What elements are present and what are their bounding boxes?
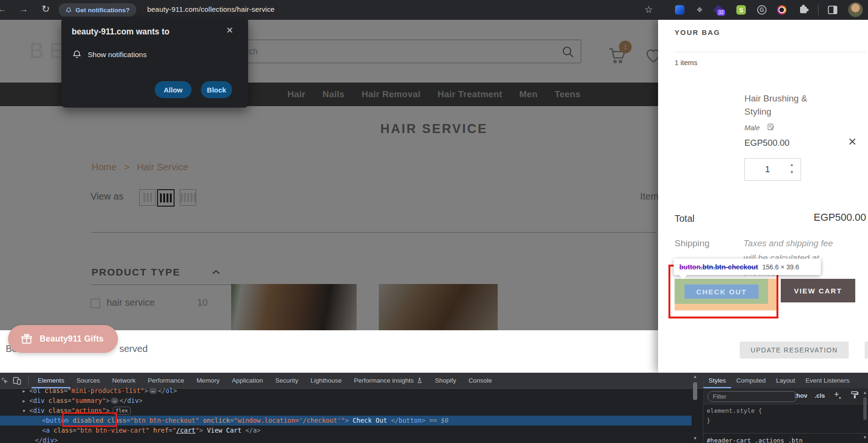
- block-button-label: Block: [207, 86, 226, 94]
- back-icon[interactable]: ←: [0, 4, 7, 15]
- allow-button-label: Allow: [164, 86, 183, 94]
- styles-sidebar-tabs-bar: StylesComputedLayoutEvent Listeners: [703, 373, 868, 389]
- bell-icon: [65, 7, 72, 14]
- notification-permission-pill[interactable]: Get notifications?: [58, 3, 136, 17]
- elements-scrollbar-thumb[interactable]: [693, 382, 697, 400]
- quantity-stepper: [744, 158, 801, 181]
- cart-item-variant: Male: [744, 124, 760, 132]
- cart-drawer: [658, 20, 868, 373]
- bell-icon: [72, 49, 82, 61]
- new-style-rule-plus-icon[interactable]: +▾: [834, 390, 841, 400]
- inspect-dimensions: 156.6 × 39.6: [762, 263, 799, 271]
- cart-item-name-line2[interactable]: Styling: [744, 107, 771, 117]
- elements-code-row[interactable]: ▶<div class="summary">…</div>: [0, 396, 692, 406]
- extension-icon-blue[interactable]: [674, 4, 686, 16]
- element-style-open[interactable]: element.style {: [707, 407, 762, 414]
- styles-scrollbar-thumb[interactable]: [863, 397, 867, 420]
- expand-arrow-icon[interactable]: ▶: [23, 396, 29, 406]
- cart-title-divider: [675, 52, 866, 52]
- gift-icon: [20, 333, 33, 345]
- update-reservation-button[interactable]: UPDATE RESERVATION: [740, 342, 849, 359]
- styles-filter-input[interactable]: [708, 391, 797, 402]
- partial-css-rule[interactable]: #header-cart .actions .btn: [707, 437, 862, 443]
- annotation-rectangle-disabled-attr: [62, 412, 117, 427]
- shipping-note-line1: Taxes and shipping fee: [743, 238, 833, 249]
- styles-sidebar-tab-computed[interactable]: Computed: [731, 373, 771, 388]
- side-panel-icon[interactable]: [826, 4, 839, 16]
- browser-toolbar: ← → ↻ Get notifications? beauty-911.com/…: [0, 0, 868, 20]
- shipping-label: Shipping: [675, 238, 709, 249]
- bookmark-star-icon[interactable]: ☆: [644, 4, 653, 15]
- styles-sidebar-tab-layout[interactable]: Layout: [771, 373, 801, 388]
- extension-icon-camera[interactable]: [776, 4, 788, 16]
- collapsed-ellipsis-button[interactable]: …: [149, 388, 157, 394]
- toolbar-divider: [818, 5, 818, 15]
- remove-item-icon[interactable]: ×: [848, 134, 857, 150]
- partial-button[interactable]: [865, 342, 868, 359]
- elements-code-row[interactable]: </div>: [0, 435, 692, 443]
- extension-badge: 32: [717, 9, 725, 16]
- total-value: EGP500.00: [755, 212, 866, 224]
- forward-icon[interactable]: →: [19, 4, 28, 15]
- quantity-up-icon[interactable]: ▲: [790, 162, 794, 167]
- allow-button[interactable]: Allow: [155, 81, 192, 98]
- inspect-selector-classes: .btn.btn-checkout: [701, 263, 758, 271]
- inspect-tooltip: button.btn.btn-checkout 156.6 × 39.6: [674, 259, 821, 275]
- styles-sidebar-tab-styles[interactable]: Styles: [703, 373, 731, 388]
- expand-arrow-icon[interactable]: ▼: [23, 406, 29, 416]
- update-reservation-label: UPDATE RESERVATION: [751, 346, 838, 354]
- gifts-button[interactable]: Beauty911 Gifts: [8, 325, 118, 353]
- quantity-down-icon[interactable]: ▼: [790, 170, 794, 175]
- elements-code-row[interactable]: <a class="btn btn-view-cart" href="/cart…: [0, 426, 692, 435]
- extension-icon-purple[interactable]: 32: [712, 4, 725, 16]
- notification-pill-label: Get notifications?: [75, 7, 130, 14]
- styles-rule-divider: [703, 433, 868, 434]
- toolbar-divider: [28, 376, 29, 385]
- elements-code-row[interactable]: ▶<ol class="mini-products-list">…</ol>: [0, 386, 692, 396]
- inspect-selector-tag: button: [679, 263, 701, 271]
- inspect-tooltip-pointer: [679, 275, 687, 279]
- view-cart-button[interactable]: VIEW CART: [781, 279, 855, 302]
- block-button[interactable]: Block: [201, 81, 232, 98]
- total-label: Total: [675, 213, 694, 224]
- footer-text-fragment-right: served: [119, 343, 148, 354]
- cart-title: YOUR BAG: [675, 28, 720, 36]
- view-cart-button-label: VIEW CART: [794, 287, 842, 295]
- dialog-title: beauty-911.com wants to: [72, 27, 169, 37]
- elements-scrollbar-down-icon[interactable]: ▼: [693, 436, 697, 441]
- gifts-button-label: Beauty911 Gifts: [40, 334, 104, 344]
- elements-scrollbar-up-icon[interactable]: ▲: [693, 374, 697, 379]
- element-style-close: }: [707, 417, 710, 424]
- cls-toggle[interactable]: .cls: [815, 392, 825, 399]
- profile-avatar[interactable]: [848, 2, 863, 17]
- rendering-paint-icon[interactable]: [851, 391, 859, 401]
- dialog-close-icon[interactable]: ×: [226, 24, 233, 37]
- edit-note-icon[interactable]: [767, 123, 775, 133]
- cart-item-thumbnail[interactable]: [676, 97, 734, 143]
- extensions-puzzle-icon[interactable]: [797, 4, 810, 16]
- collapsed-ellipsis-button[interactable]: …: [111, 398, 119, 404]
- cart-item-name[interactable]: Hair Brushing &: [744, 93, 807, 104]
- cart-items-count: 1 items: [675, 59, 697, 67]
- notification-dialog: beauty-911.com wants to × Show notificat…: [61, 18, 248, 108]
- styles-sidebar-tab-event-listeners[interactable]: Event Listeners: [801, 373, 855, 388]
- hov-toggle[interactable]: :hov: [794, 392, 807, 399]
- screen: BE 1 HairNailsHair RemovalHair Treatment…: [0, 0, 868, 443]
- cart-item-price: EGP500.00: [744, 138, 790, 148]
- styles-scrollbar-up-icon[interactable]: ▲: [863, 390, 867, 395]
- extension-icon-diamond[interactable]: ❖: [693, 4, 706, 16]
- dialog-permission-text: Show notifications: [88, 50, 147, 59]
- expand-arrow-icon[interactable]: ▶: [23, 386, 29, 396]
- address-bar-url[interactable]: beauty-911.com/collections/hair-service: [147, 5, 275, 13]
- styles-scrollbar-down-icon[interactable]: ▼: [863, 435, 867, 440]
- quantity-input[interactable]: [745, 159, 801, 180]
- reload-icon[interactable]: ↻: [42, 3, 50, 15]
- flask-icon: [417, 377, 423, 384]
- extension-icon-shopify[interactable]: S: [735, 4, 747, 16]
- extension-icon-g[interactable]: G: [756, 4, 768, 16]
